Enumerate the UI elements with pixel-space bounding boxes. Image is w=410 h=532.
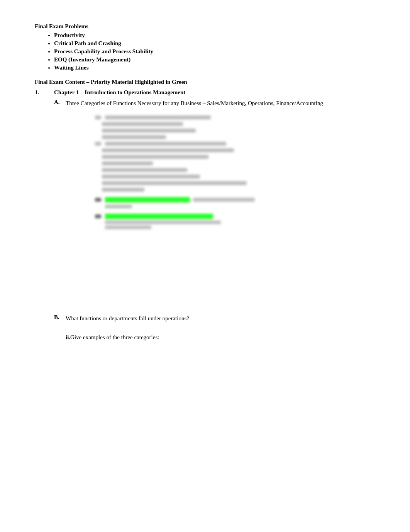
bullet-list: Productivity Critical Path and Crashing …: [35, 32, 375, 71]
text-a: Three Categories of Functions Necessary …: [66, 99, 375, 108]
sub-item-b: B. What functions or departments fall un…: [35, 314, 375, 323]
blur-row-5: [95, 142, 315, 146]
blur-row-6: [95, 148, 315, 152]
green-highlight-1: [105, 197, 190, 202]
blur-small-2: [105, 221, 315, 229]
blur-small-1: [105, 205, 132, 208]
empty-space: [35, 237, 375, 314]
sub-list: A. Three Categories of Functions Necessa…: [35, 99, 375, 323]
green-row-1: [95, 197, 315, 202]
green-highlight-2: [105, 214, 213, 219]
letter-a: A.: [35, 99, 66, 108]
letter-b: B.: [35, 314, 66, 323]
blur-row-1: [95, 116, 315, 119]
sub-item-a: A. Three Categories of Functions Necessa…: [35, 99, 375, 108]
chapter-1: 1. Chapter 1 – Introduction to Operation…: [35, 89, 375, 96]
roman-ii: ii. Give examples of the three categorie…: [35, 334, 375, 341]
roman-label: ii.: [35, 334, 70, 341]
bullet-item-4: EOQ (Inventory Management): [54, 56, 375, 63]
blur-row-7: [95, 155, 315, 159]
blurred-box: [95, 116, 315, 229]
green-row-2: [95, 214, 315, 219]
blur-row-11: [95, 181, 315, 185]
blur-row-2: [95, 122, 315, 126]
blur-row-12: [95, 188, 315, 192]
section2-title: Final Exam Content – Priority Material H…: [35, 79, 375, 85]
bullet-item-3: Process Capability and Process Stability: [54, 48, 375, 55]
blur-row-9: [95, 168, 315, 172]
bullet-item-5: Waiting Lines: [54, 65, 375, 71]
blurred-after-1: [193, 198, 255, 202]
blur-row-8: [95, 161, 315, 165]
bullet-item-2: Critical Path and Crashing: [54, 40, 375, 47]
page-container: Final Exam Problems Productivity Critica…: [35, 23, 375, 341]
blur-row-4: [95, 135, 315, 139]
blur-row-3: [95, 129, 315, 133]
blurred-content-section: [35, 116, 375, 229]
roman-text: Give examples of the three categories:: [70, 334, 375, 341]
section-title: Final Exam Problems: [35, 23, 375, 30]
bullet-item-1: Productivity: [54, 32, 375, 39]
blur-row-10: [95, 175, 315, 178]
text-b: What functions or departments fall under…: [66, 314, 375, 323]
section-2: Final Exam Content – Priority Material H…: [35, 79, 375, 341]
section-1: Final Exam Problems Productivity Critica…: [35, 23, 375, 71]
chapter-title: Chapter 1 – Introduction to Operations M…: [54, 89, 375, 96]
chapter-num: 1.: [35, 89, 54, 96]
